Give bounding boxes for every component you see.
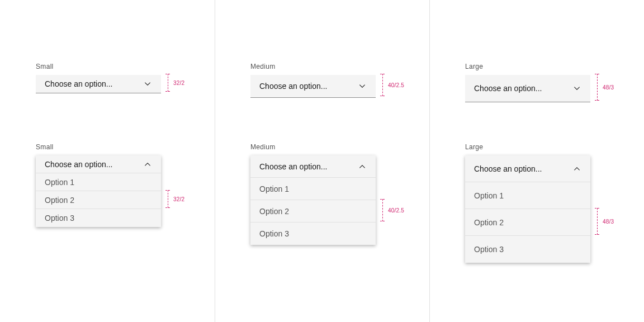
spec-value: 40/2.5 — [388, 207, 404, 214]
dropdown-field[interactable]: Choose an option... — [465, 75, 590, 102]
dropdown-open-large: Large Choose an option... Option 1 Optio… — [465, 143, 590, 263]
dropdown-option[interactable]: Option 1 — [250, 178, 376, 200]
dropdown-option-list: Option 1 Option 2 Option 3 — [250, 178, 376, 245]
dropdown-field[interactable]: Choose an option... — [250, 155, 376, 178]
dropdown-closed-small: Small Choose an option... 32/2 — [36, 63, 161, 93]
dropdown-option[interactable]: Option 2 — [250, 200, 376, 222]
dropdown-menu: Choose an option... Option 1 Option 2 Op… — [465, 155, 590, 263]
dropdown-placeholder: Choose an option... — [45, 79, 112, 88]
dropdown-label: Small — [36, 143, 161, 151]
chevron-down-icon — [572, 84, 581, 93]
chevron-up-icon — [143, 160, 152, 169]
spec-annotation: 48/3 — [595, 208, 614, 235]
dropdown-field[interactable]: Choose an option... — [465, 155, 590, 182]
spec-annotation: 32/2 — [165, 74, 184, 92]
dropdown-placeholder: Choose an option... — [474, 164, 542, 173]
dropdown-open-small: Small Choose an option... Option 1 Optio… — [36, 143, 161, 227]
dropdown-field[interactable]: Choose an option... — [36, 75, 161, 93]
dropdown-option[interactable]: Option 1 — [36, 173, 161, 191]
dropdown-label: Large — [465, 63, 590, 70]
dropdown-closed-medium: Medium Choose an option... 40/2.5 — [250, 63, 376, 98]
spec-value: 40/2.5 — [388, 82, 404, 88]
dropdown-label: Small — [36, 63, 161, 70]
dropdown-option[interactable]: Option 2 — [465, 209, 590, 236]
dropdown-label: Medium — [250, 63, 376, 70]
dropdown-option[interactable]: Option 2 — [36, 191, 161, 209]
dropdown-option[interactable]: Option 3 — [36, 209, 161, 227]
chevron-up-icon — [572, 164, 581, 173]
dropdown-placeholder: Choose an option... — [259, 82, 327, 91]
spec-value: 32/2 — [173, 196, 184, 202]
dropdown-label: Medium — [250, 143, 376, 151]
dropdown-menu: Choose an option... Option 1 Option 2 Op… — [250, 155, 376, 245]
spec-annotation: 40/2.5 — [380, 74, 404, 96]
spec-annotation: 48/3 — [595, 74, 614, 101]
dropdown-field[interactable]: Choose an option... — [250, 75, 376, 98]
dropdown-option[interactable]: Option 3 — [465, 236, 590, 263]
dropdown-label: Large — [465, 143, 590, 151]
dropdown-placeholder: Choose an option... — [474, 84, 542, 93]
spec-value: 32/2 — [173, 80, 184, 86]
dropdown-closed-large: Large Choose an option... 48/3 — [465, 63, 590, 102]
dropdown-open-medium: Medium Choose an option... Option 1 Opti… — [250, 143, 376, 245]
dropdown-option-list: Option 1 Option 2 Option 3 — [36, 173, 161, 227]
dropdown-option[interactable]: Option 1 — [465, 182, 590, 209]
column-small: Small Choose an option... 32/2 Small Cho… — [0, 0, 215, 322]
dropdown-option[interactable]: Option 3 — [250, 222, 376, 245]
dropdown-placeholder: Choose an option... — [259, 162, 327, 171]
dropdown-field[interactable]: Choose an option... — [36, 155, 161, 173]
spec-value: 48/3 — [603, 219, 614, 225]
column-large: Large Choose an option... 48/3 Large Cho… — [429, 0, 644, 322]
dropdown-menu: Choose an option... Option 1 Option 2 Op… — [36, 155, 161, 227]
chevron-up-icon — [358, 162, 367, 171]
chevron-down-icon — [358, 82, 367, 91]
spec-annotation: 40/2.5 — [380, 199, 404, 221]
spec-value: 48/3 — [603, 84, 614, 91]
chevron-down-icon — [143, 79, 152, 88]
dropdown-placeholder: Choose an option... — [45, 160, 112, 169]
spec-annotation: 32/2 — [165, 190, 184, 208]
dropdown-option-list: Option 1 Option 2 Option 3 — [465, 182, 590, 263]
column-medium: Medium Choose an option... 40/2.5 Medium… — [215, 0, 429, 322]
